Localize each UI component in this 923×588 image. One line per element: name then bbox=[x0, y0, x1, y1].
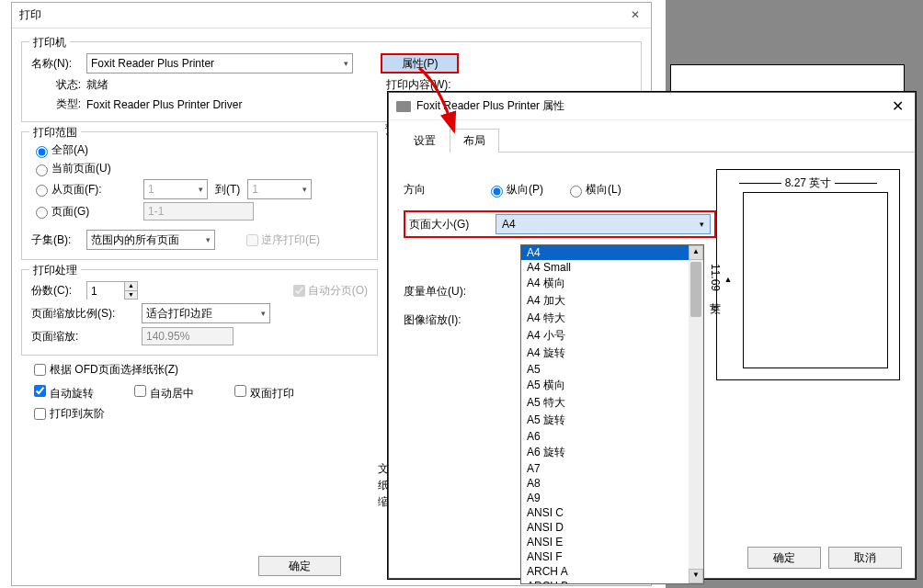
properties-titlebar: Foxit Reader Plus Printer 属性 ✕ bbox=[389, 93, 915, 120]
dropdown-item[interactable]: A6 旋转 bbox=[521, 444, 703, 461]
dropdown-item[interactable]: A5 bbox=[521, 362, 703, 377]
handle-group-label: 打印处理 bbox=[29, 263, 81, 278]
chevron-down-icon: ▾ bbox=[302, 185, 307, 194]
printer-name-combo[interactable]: Foxit Reader Plus Printer ▾ bbox=[86, 53, 353, 74]
dropdown-item[interactable]: A7 bbox=[521, 461, 703, 476]
subset-combo[interactable]: 范围内的所有页面▾ bbox=[86, 230, 215, 250]
red-arrow-annotation bbox=[412, 66, 467, 140]
pagesize-value: A4 bbox=[502, 218, 516, 231]
tab-strip: 设置 布局 bbox=[400, 128, 915, 153]
dropdown-item[interactable]: A8 bbox=[521, 476, 703, 491]
range-to-combo[interactable]: 1▾ bbox=[247, 179, 312, 199]
handle-group: 打印处理 份数(C): ▲▼ 自动分页(O) 页面缩放比例(S): 适合打印边距… bbox=[21, 269, 378, 356]
dropdown-item[interactable]: A5 旋转 bbox=[521, 412, 703, 429]
range-pages-label: 页面(G) bbox=[51, 204, 143, 220]
spin-up-icon[interactable]: ▲ bbox=[124, 282, 137, 291]
duplex-label: 双面打印 bbox=[250, 387, 294, 400]
landscape-radio[interactable] bbox=[570, 186, 582, 198]
range-group: 打印范围 全部(A) 当前页面(U) 从页面(F): 1▾ 到(T) 1▾ 页面… bbox=[21, 131, 378, 260]
preview-height: 11.69 英寸 bbox=[709, 264, 722, 294]
printer-name-label: 名称(N): bbox=[31, 56, 86, 72]
dropdown-item[interactable]: A6 bbox=[521, 429, 703, 444]
scroll-down-icon[interactable]: ▼ bbox=[689, 569, 703, 583]
duplex-checkbox[interactable] bbox=[234, 385, 246, 397]
reverse-checkbox[interactable] bbox=[246, 234, 258, 246]
printer-group-label: 打印机 bbox=[29, 35, 70, 51]
range-from-label: 从页面(F): bbox=[51, 182, 143, 198]
status-label: 状态: bbox=[31, 77, 86, 93]
units-label: 度量单位(U): bbox=[404, 284, 486, 300]
chevron-down-icon: ▾ bbox=[261, 309, 266, 318]
range-from-combo[interactable]: 1▾ bbox=[143, 179, 208, 199]
zoom-label: 页面缩放: bbox=[31, 329, 142, 345]
dropdown-item[interactable]: ARCH A bbox=[521, 564, 703, 579]
dropdown-item[interactable]: A4 小号 bbox=[521, 327, 703, 345]
status-value: 就绪 bbox=[86, 77, 108, 93]
dropdown-item[interactable]: A5 横向 bbox=[521, 377, 703, 394]
dropdown-item[interactable]: ANSI F bbox=[521, 549, 703, 564]
range-current-radio[interactable] bbox=[36, 164, 48, 176]
scale-combo[interactable]: 适合打印边距▾ bbox=[142, 303, 270, 323]
scroll-up-icon[interactable]: ▲ bbox=[689, 245, 703, 260]
spin-down-icon[interactable]: ▼ bbox=[124, 291, 137, 300]
pagesize-dropdown[interactable]: A4A4 SmallA4 横向A4 加大A4 特大A4 小号A4 旋转A5A5 … bbox=[520, 244, 704, 584]
dropdown-item[interactable]: ARCH B bbox=[521, 579, 703, 584]
chevron-down-icon: ▾ bbox=[700, 220, 704, 229]
scrollbar[interactable]: ▲ ▼ bbox=[689, 245, 703, 583]
dropdown-item[interactable]: ANSI E bbox=[521, 535, 703, 549]
scale-label: 页面缩放比例(S): bbox=[31, 306, 142, 322]
autorot-checkbox[interactable] bbox=[34, 385, 46, 397]
grayscale-label: 打印到灰阶 bbox=[50, 406, 105, 422]
subset-label: 子集(B): bbox=[31, 232, 86, 248]
collate-checkbox[interactable] bbox=[293, 285, 305, 297]
dropdown-item[interactable]: A4 旋转 bbox=[521, 345, 703, 362]
autocenter-checkbox[interactable] bbox=[134, 385, 146, 397]
range-group-label: 打印范围 bbox=[29, 125, 81, 141]
orientation-label: 方向 bbox=[404, 182, 486, 198]
dropdown-item[interactable]: ANSI C bbox=[521, 505, 703, 520]
copies-label: 份数(C): bbox=[31, 283, 86, 299]
portrait-radio[interactable] bbox=[491, 186, 503, 198]
grayscale-checkbox[interactable] bbox=[34, 408, 46, 420]
range-current-label: 当前页面(U) bbox=[51, 161, 111, 176]
dropdown-item[interactable]: A4 特大 bbox=[521, 310, 703, 327]
props-ok-button[interactable]: 确定 bbox=[747, 547, 821, 569]
pagesize-highlight: 页面大小(G) A4 ▾ bbox=[404, 210, 716, 238]
print-ok-button[interactable]: 确定 bbox=[258, 556, 341, 576]
options-area: 根据 OFD页面选择纸张(Z) 自动旋转 自动居中 双面打印 打印到灰阶 bbox=[30, 361, 380, 423]
range-pages-input[interactable] bbox=[143, 202, 254, 220]
landscape-label: 横向(L) bbox=[586, 182, 621, 198]
type-value: Foxit Reader Plus Printer Driver bbox=[86, 98, 242, 111]
scroll-thumb[interactable] bbox=[690, 262, 701, 317]
preview-width: 8.27 英寸 bbox=[785, 175, 832, 191]
pagesize-combo[interactable]: A4 ▾ bbox=[496, 214, 711, 234]
print-titlebar: 打印 ✕ bbox=[12, 3, 651, 28]
printer-name-value: Foxit Reader Plus Printer bbox=[91, 57, 214, 70]
page-preview: 8.27 英寸 ▲11.69 英寸▼ bbox=[716, 169, 900, 380]
imgscale-label: 图像缩放(I): bbox=[404, 312, 486, 328]
reverse-label: 逆序打印(E) bbox=[261, 232, 320, 248]
collate-label: 自动分页(O) bbox=[308, 283, 368, 299]
dropdown-item[interactable]: A9 bbox=[521, 491, 703, 505]
copies-spinner[interactable]: ▲▼ bbox=[86, 281, 138, 300]
range-to-label: 到(T) bbox=[215, 182, 240, 198]
dropdown-item[interactable]: A4 Small bbox=[521, 260, 703, 275]
pagesize-label: 页面大小(G) bbox=[409, 217, 484, 232]
portrait-label: 纵向(P) bbox=[507, 182, 543, 198]
ofd-checkbox[interactable] bbox=[34, 364, 46, 376]
range-from-radio[interactable] bbox=[36, 185, 48, 197]
close-icon[interactable]: ✕ bbox=[627, 7, 644, 24]
dropdown-item[interactable]: ANSI D bbox=[521, 520, 703, 535]
close-icon[interactable]: ✕ bbox=[888, 97, 907, 115]
range-pages-radio[interactable] bbox=[36, 207, 48, 219]
dropdown-item[interactable]: A4 横向 bbox=[521, 275, 703, 292]
range-all-radio[interactable] bbox=[36, 146, 48, 158]
dropdown-item[interactable]: A4 加大 bbox=[521, 292, 703, 310]
copies-input[interactable] bbox=[87, 282, 124, 300]
preview-page-outline bbox=[743, 192, 888, 368]
dropdown-item[interactable]: A4 bbox=[521, 245, 703, 260]
dropdown-item[interactable]: A5 特大 bbox=[521, 394, 703, 412]
range-all-label: 全部(A) bbox=[51, 142, 88, 158]
type-label: 类型: bbox=[31, 96, 86, 112]
props-cancel-button[interactable]: 取消 bbox=[828, 547, 902, 569]
